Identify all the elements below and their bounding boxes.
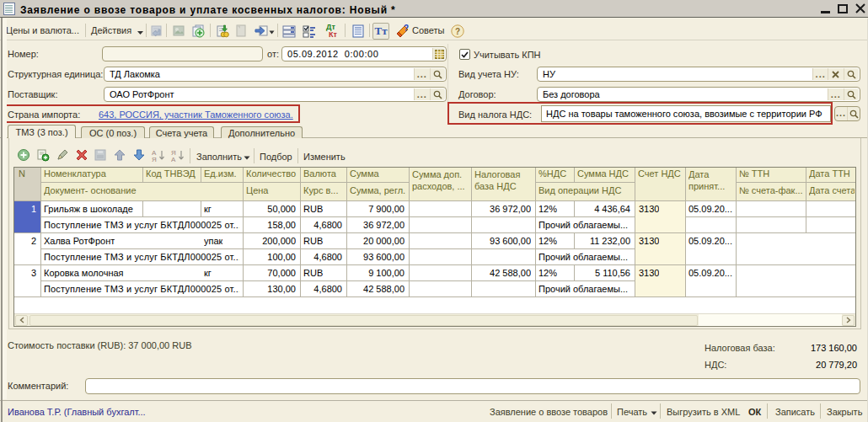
svg-text:?: ? bbox=[404, 24, 409, 33]
svg-text:А: А bbox=[171, 156, 176, 162]
svg-text:?: ? bbox=[455, 27, 460, 36]
svg-text:Я: Я bbox=[152, 156, 157, 162]
